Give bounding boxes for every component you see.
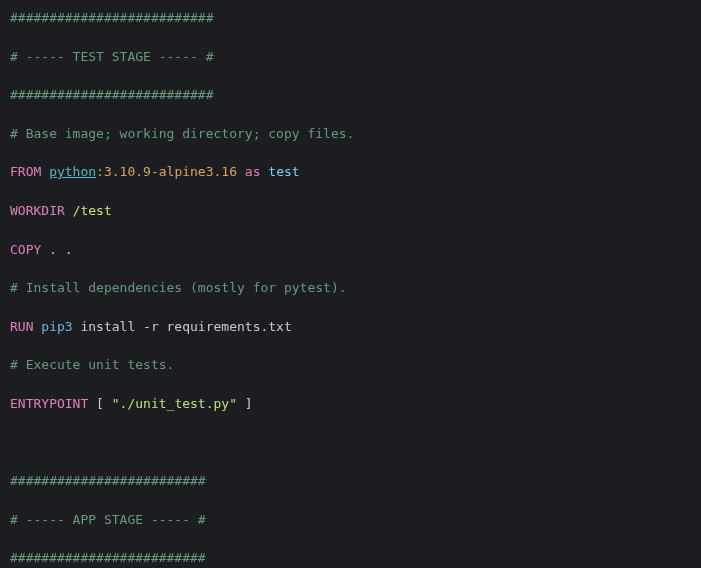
kw-entrypoint: ENTRYPOINT <box>10 396 88 411</box>
kw-from: FROM <box>10 164 41 179</box>
comment: # ----- APP STAGE ----- # <box>10 512 206 527</box>
comment: ########################## <box>10 10 214 25</box>
kw-as: as <box>245 164 261 179</box>
string: "./unit_test.py" <box>112 396 237 411</box>
code-editor[interactable]: ########################## # ----- TEST … <box>0 0 701 568</box>
comment: # Execute unit tests. <box>10 357 174 372</box>
comment: # ----- TEST STAGE ----- # <box>10 49 214 64</box>
image-name: python <box>49 164 96 179</box>
comment: # Base image; working directory; copy fi… <box>10 126 354 141</box>
kw-copy: COPY <box>10 242 41 257</box>
stage-name: test <box>268 164 299 179</box>
cmd-args: install -r requirements.txt <box>80 319 291 334</box>
bracket-open: [ <box>96 396 112 411</box>
bracket-close: ] <box>237 396 253 411</box>
comment: ######################### <box>10 473 206 488</box>
path: /test <box>73 203 112 218</box>
comment: ######################### <box>10 550 206 565</box>
image-tag: :3.10.9-alpine3.16 <box>96 164 237 179</box>
kw-run: RUN <box>10 319 33 334</box>
copy-args: . . <box>49 242 72 257</box>
cmd: pip3 <box>41 319 72 334</box>
comment: # Install dependencies (mostly for pytes… <box>10 280 347 295</box>
kw-workdir: WORKDIR <box>10 203 65 218</box>
comment: ########################## <box>10 87 214 102</box>
